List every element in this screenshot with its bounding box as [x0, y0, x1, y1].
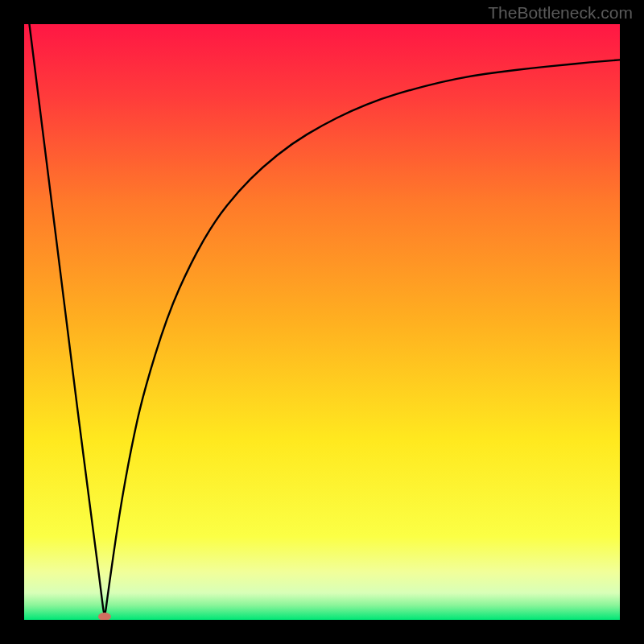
- watermark-text: TheBottleneck.com: [488, 3, 633, 23]
- chart-frame: TheBottleneck.com: [0, 0, 644, 644]
- plot-area: [24, 24, 620, 620]
- chart-svg: [24, 24, 620, 620]
- gradient-background: [24, 24, 620, 620]
